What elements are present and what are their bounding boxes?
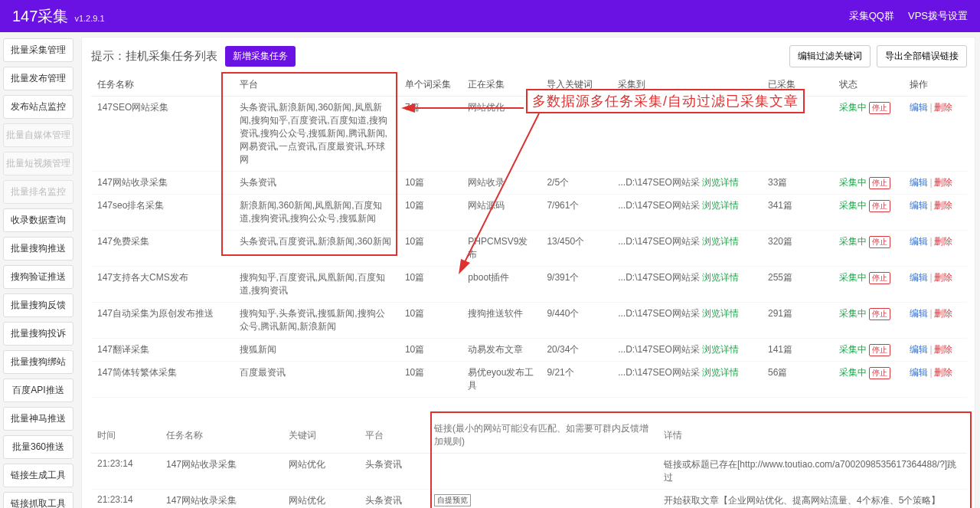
status-text: 采集中	[839, 236, 867, 247]
log-col-3: 平台	[359, 418, 428, 454]
delete-link[interactable]: 删除	[934, 177, 952, 188]
delete-link[interactable]: 删除	[934, 200, 952, 211]
log-row: 21:23:14147网站收录采集网站优化头条资讯链接或标题已存在[http:/…	[91, 454, 967, 490]
status-text: 采集中	[839, 308, 867, 319]
topbar: 147采集 v1.2.9.1 采集QQ群 VPS拨号设置	[0, 0, 980, 32]
status-text: 采集中	[839, 200, 867, 211]
task-row: 147简体转繁体采集百度最资讯10篇易优eyou发布工具9/21个...D:\1…	[91, 362, 967, 398]
status-text: 采集中	[839, 344, 867, 355]
sidebar-item-9[interactable]: 批量搜狗反馈	[3, 293, 74, 317]
browse-link[interactable]: 浏览详情	[702, 236, 739, 247]
stop-button[interactable]: 停止	[869, 177, 890, 189]
log-col-0: 时间	[91, 418, 160, 454]
task-table: 任务名称平台单个词采集正在采集导入关键词采集到已采集状态操作 147SEO网站采…	[91, 74, 967, 398]
task-col-0: 任务名称	[91, 74, 234, 97]
main-panel: 提示：挂机采集任务列表 新增采集任务 编辑过滤关键词 导出全部错误链接 任务名称…	[81, 37, 975, 508]
annotation-callout: 多数据源多任务采集/自动过滤已采集文章	[526, 89, 805, 113]
sidebar-item-13[interactable]: 批量神马推送	[3, 407, 74, 431]
log-col-5: 详情	[658, 418, 967, 454]
preview-badge[interactable]: 自提预览	[434, 494, 471, 506]
edit-link[interactable]: 编辑	[910, 308, 928, 319]
browse-link[interactable]: 浏览详情	[702, 367, 739, 378]
sidebar-item-15[interactable]: 链接生成工具	[3, 464, 74, 487]
status-text: 采集中	[839, 367, 867, 378]
status-text: 采集中	[839, 177, 867, 188]
stop-button[interactable]: 停止	[869, 272, 890, 284]
task-row: 147免费采集头条资讯,百度资讯,新浪新闻,360新闻10篇PHPCMSV9发布…	[91, 231, 967, 267]
sidebar-item-3: 批量自媒体管理	[3, 123, 74, 147]
log-col-4: 链接(最小的网站可能没有匹配、如需要可群内反馈增加规则)	[428, 418, 658, 454]
edit-link[interactable]: 编辑	[910, 102, 928, 113]
toplink-vps[interactable]: VPS拨号设置	[908, 9, 968, 23]
version: v1.2.9.1	[74, 14, 104, 23]
delete-link[interactable]: 删除	[934, 308, 952, 319]
log-row: 21:23:14147网站收录采集网站优化头条资讯自提预览http://www.…	[91, 490, 967, 509]
stop-button[interactable]: 停止	[869, 200, 890, 212]
add-task-button[interactable]: 新增采集任务	[225, 46, 296, 67]
sidebar-item-10[interactable]: 批量搜狗投诉	[3, 322, 74, 346]
sidebar-item-2[interactable]: 发布站点监控	[3, 95, 74, 119]
topbar-right: 采集QQ群 VPS拨号设置	[849, 9, 968, 23]
edit-link[interactable]: 编辑	[910, 236, 928, 247]
stop-button[interactable]: 停止	[869, 236, 890, 248]
task-row: 147翻译采集搜狐新闻10篇动易发布文章20/34个...D:\147SEO网站…	[91, 339, 967, 362]
panel-tip: 提示：挂机采集任务列表	[91, 49, 217, 64]
sidebar-item-4: 批量短视频管理	[3, 152, 74, 175]
sidebar-item-7[interactable]: 批量搜狗推送	[3, 237, 74, 261]
edit-link[interactable]: 编辑	[910, 177, 928, 188]
status-text: 采集中	[839, 102, 867, 113]
status-text: 采集中	[839, 272, 867, 283]
stop-button[interactable]: 停止	[869, 344, 890, 356]
stop-button[interactable]: 停止	[869, 102, 890, 114]
stop-button[interactable]: 停止	[869, 308, 890, 320]
log-col-1: 任务名称	[160, 418, 283, 454]
brand: 147采集	[12, 6, 68, 27]
sidebar: 批量采集管理批量发布管理发布站点监控批量自媒体管理批量短视频管理批量排名监控收录…	[0, 32, 77, 508]
delete-link[interactable]: 删除	[934, 102, 952, 113]
browse-link[interactable]: 浏览详情	[702, 308, 739, 319]
sidebar-item-5: 批量排名监控	[3, 180, 74, 204]
task-row: 147seo排名采集新浪新闻,360新闻,凤凰新闻,百度知道,搜狗资讯,搜狗公众…	[91, 195, 967, 231]
export-errors-button[interactable]: 导出全部错误链接	[877, 45, 967, 67]
sidebar-item-11[interactable]: 批量搜狗绑站	[3, 350, 74, 374]
edit-link[interactable]: 编辑	[910, 344, 928, 355]
browse-link[interactable]: 浏览详情	[702, 344, 739, 355]
sidebar-item-16[interactable]: 链接抓取工具	[3, 492, 74, 508]
filter-keyword-button[interactable]: 编辑过滤关键词	[789, 45, 871, 67]
task-col-2: 单个词采集	[399, 74, 462, 97]
task-row: 147自动采集为原创发布推送搜狗知乎,头条资讯,搜狐新闻,搜狗公众号,腾讯新闻,…	[91, 303, 967, 339]
delete-link[interactable]: 删除	[934, 367, 952, 378]
log-area: 时间任务名称关键词平台链接(最小的网站可能没有匹配、如需要可群内反馈增加规则)详…	[91, 418, 967, 508]
browse-link[interactable]: 浏览详情	[702, 177, 739, 188]
topplink-qq[interactable]: 采集QQ群	[849, 9, 894, 23]
task-row: 147网站收录采集头条资讯10篇网站收录2/5个...D:\147SEO网站采 …	[91, 172, 967, 195]
edit-link[interactable]: 编辑	[910, 272, 928, 283]
log-table: 时间任务名称关键词平台链接(最小的网站可能没有匹配、如需要可群内反馈增加规则)详…	[91, 418, 967, 508]
task-col-7: 状态	[833, 74, 904, 97]
sidebar-item-1[interactable]: 批量发布管理	[3, 67, 74, 90]
browse-link[interactable]: 浏览详情	[702, 272, 739, 283]
sidebar-item-0[interactable]: 批量采集管理	[3, 38, 74, 62]
log-col-2: 关键词	[283, 418, 359, 454]
task-table-wrap: 任务名称平台单个词采集正在采集导入关键词采集到已采集状态操作 147SEO网站采…	[91, 74, 967, 398]
browse-link[interactable]: 浏览详情	[702, 200, 739, 211]
task-col-1: 平台	[234, 74, 399, 97]
sidebar-item-6[interactable]: 收录数据查询	[3, 208, 74, 232]
sidebar-item-12[interactable]: 百度API推送	[3, 379, 74, 402]
delete-link[interactable]: 删除	[934, 272, 952, 283]
stop-button[interactable]: 停止	[869, 367, 890, 379]
edit-link[interactable]: 编辑	[910, 200, 928, 211]
task-row: 147支持各大CMS发布搜狗知乎,百度资讯,凤凰新闻,百度知道,搜狗资讯10篇p…	[91, 267, 967, 303]
task-col-8: 操作	[903, 74, 967, 97]
sidebar-item-14[interactable]: 批量360推送	[3, 435, 74, 459]
sidebar-item-8[interactable]: 搜狗验证推送	[3, 265, 74, 289]
delete-link[interactable]: 删除	[934, 344, 952, 355]
edit-link[interactable]: 编辑	[910, 367, 928, 378]
delete-link[interactable]: 删除	[934, 236, 952, 247]
